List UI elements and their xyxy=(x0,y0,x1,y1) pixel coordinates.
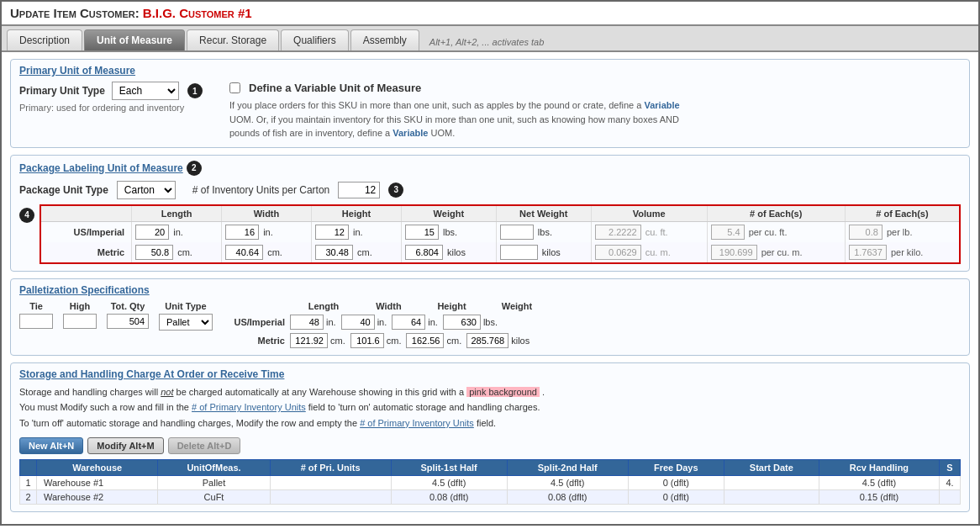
pallet-us-width-input[interactable] xyxy=(341,315,375,330)
us-net-weight-input[interactable] xyxy=(500,225,534,240)
annotation-1: 1 xyxy=(187,83,203,98)
pallet-metric-length-unit: cm. xyxy=(330,336,345,346)
col-warehouse: Warehouse xyxy=(37,459,158,475)
row1-pri-units xyxy=(270,475,391,489)
inv-units-input[interactable] xyxy=(338,182,380,198)
storage-link-pri-units-1[interactable]: # of Primary Inventory Units xyxy=(192,402,306,412)
primary-uom-note: Primary: used for ordering and inventory xyxy=(19,103,204,113)
row2-split2: 0.08 (dflt) xyxy=(507,489,628,504)
pallet-high-input[interactable] xyxy=(63,314,97,329)
primary-unit-type-select[interactable]: Each Carton Pallet xyxy=(112,82,179,100)
us-length-input[interactable] xyxy=(135,225,169,240)
metric-height-input[interactable] xyxy=(315,245,353,260)
pallet-metric-weight-unit: kilos xyxy=(511,336,530,346)
inv-units-label: # of Inventory Units per Carton xyxy=(192,184,329,196)
tab-qualifiers[interactable]: Qualifiers xyxy=(281,29,349,50)
storage-desc-line3b: field. xyxy=(477,418,496,428)
modify-button[interactable]: Modify Alt+M xyxy=(87,437,163,454)
us-volume-input[interactable] xyxy=(595,225,641,240)
metric-each-vol-cell: per cu. m. xyxy=(707,242,845,263)
us-length-cell: in. xyxy=(132,221,222,242)
metric-width-cell: cm. xyxy=(222,242,312,263)
pallet-totqty-input[interactable] xyxy=(107,314,149,329)
pallet-metric-width-input[interactable] xyxy=(350,333,384,348)
col-rcv-handling: Rcv Handling xyxy=(819,459,939,475)
us-weight-input[interactable] xyxy=(405,225,439,240)
package-unit-type-select[interactable]: Carton Each Pallet xyxy=(117,181,176,199)
metric-length-cell: cm. xyxy=(132,242,222,263)
us-row-label: US/Imperial xyxy=(40,221,132,242)
row1-split2: 4.5 (dflt) xyxy=(507,475,628,489)
pallet-unit-type-select[interactable]: Pallet Each Carton xyxy=(159,314,213,331)
tab-unit-of-measure[interactable]: Unit of Measure xyxy=(84,29,185,50)
row2-uom: CuFt xyxy=(158,489,270,504)
storage-toolbar: New Alt+N Modify Alt+M Delete Alt+D xyxy=(19,437,961,454)
dim-header-each-vol: # of Each(s) xyxy=(707,205,845,222)
variable-uom-checkbox[interactable] xyxy=(229,82,240,93)
metric-volume-input[interactable] xyxy=(595,245,641,260)
palletization-title: Palletization Specifications xyxy=(19,284,961,296)
row2-free-days: 0 (dflt) xyxy=(628,489,724,504)
pallet-metric-weight-input[interactable] xyxy=(466,333,508,348)
pallet-us-weight-unit: lbs. xyxy=(483,317,498,327)
pallet-metric-label: Metric xyxy=(229,336,290,346)
us-width-input[interactable] xyxy=(225,225,259,240)
metric-weight-input[interactable] xyxy=(405,245,443,260)
pallet-width-header: Width xyxy=(357,301,420,311)
tabs-bar: Description Unit of Measure Recur. Stora… xyxy=(2,26,978,52)
us-length-unit: in. xyxy=(173,227,183,237)
package-unit-type-label: Package Unit Type xyxy=(19,184,108,196)
row2-start-date xyxy=(724,489,819,504)
col-free-days: Free Days xyxy=(628,459,724,475)
pallet-us-length-input[interactable] xyxy=(290,315,324,330)
tab-hint: Alt+1, Alt+2, ... activates tab xyxy=(429,37,545,50)
new-button[interactable]: New Alt+N xyxy=(19,437,83,454)
us-each-vol-input[interactable] xyxy=(711,225,745,240)
dim-header-volume: Volume xyxy=(591,205,707,222)
row1-rcv-handling: 4.5 (dflt) xyxy=(819,475,939,489)
us-width-unit: in. xyxy=(263,227,273,237)
pallet-tie-input[interactable] xyxy=(19,314,53,329)
us-height-input[interactable] xyxy=(315,225,349,240)
main-content: Primary Unit of Measure Primary Unit Typ… xyxy=(2,52,978,524)
metric-each-vol-input[interactable] xyxy=(711,245,757,260)
delete-button[interactable]: Delete Alt+D xyxy=(168,437,241,454)
pallet-us-weight-input[interactable] xyxy=(443,315,481,330)
us-width-cell: in. xyxy=(222,221,312,242)
row2-split1: 0.08 (dflt) xyxy=(391,489,507,504)
us-each-wt-input[interactable] xyxy=(849,225,883,240)
variable-uom-checkbox-label: Define a Variable Unit of Measure xyxy=(249,82,421,94)
storage-link-pri-units-2[interactable]: # of Primary Inventory Units xyxy=(360,418,474,428)
tab-description[interactable]: Description xyxy=(7,29,82,50)
annotation-4: 4 xyxy=(19,208,34,223)
page-wrapper: Update Item Customer: B.I.G. Customer #1… xyxy=(0,0,980,526)
metric-width-unit: cm. xyxy=(267,247,282,257)
row2-rcv-handling: 0.15 (dflt) xyxy=(819,489,939,504)
customer-label-text: Customer: xyxy=(80,6,140,20)
metric-weight-cell: kilos xyxy=(401,242,496,263)
page-title-prefix: Update Item xyxy=(10,6,76,20)
metric-width-input[interactable] xyxy=(225,245,263,260)
row1-uom: Pallet xyxy=(158,475,270,489)
tab-assembly[interactable]: Assembly xyxy=(350,29,419,50)
tab-recur-storage[interactable]: Recur. Storage xyxy=(187,29,279,50)
col-split1: Split-1st Half xyxy=(391,459,507,475)
pallet-us-label: US/Imperial xyxy=(229,317,290,327)
metric-net-weight-input[interactable] xyxy=(500,245,538,260)
pallet-metric-height-input[interactable] xyxy=(406,333,444,348)
palletization-section: Palletization Specifications Tie High To xyxy=(10,278,970,356)
primary-unit-type-label: Primary Unit Type xyxy=(19,85,105,97)
storage-desc-line2b: field to 'turn on' automatic storage and… xyxy=(308,402,540,412)
storage-desc-line1-pre: Storage and handling charges will xyxy=(19,387,161,397)
pallet-metric-length-input[interactable] xyxy=(290,333,328,348)
us-volume-cell: cu. ft. xyxy=(591,221,707,242)
pallet-us-length-unit: in. xyxy=(326,317,336,327)
pallet-us-height-input[interactable] xyxy=(392,315,425,330)
storage-desc: Storage and handling charges will not be… xyxy=(19,384,961,431)
col-num xyxy=(20,459,37,475)
metric-each-wt-input[interactable] xyxy=(849,245,887,260)
us-height-unit: in. xyxy=(353,227,363,237)
metric-length-input[interactable] xyxy=(135,245,173,260)
storage-desc-line1c: . xyxy=(542,387,545,397)
col-pri-units: # of Pri. Units xyxy=(270,459,391,475)
